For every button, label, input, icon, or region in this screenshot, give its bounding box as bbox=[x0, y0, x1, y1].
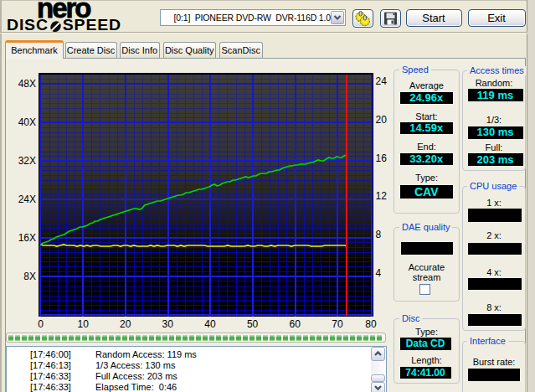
svg-text:50: 50 bbox=[247, 318, 259, 330]
svg-text:4: 4 bbox=[376, 267, 382, 279]
svg-text:20: 20 bbox=[120, 318, 131, 330]
svg-text:40: 40 bbox=[204, 318, 216, 330]
svg-text:24X: 24X bbox=[18, 193, 36, 205]
svg-text:10: 10 bbox=[78, 318, 90, 330]
svg-text:20: 20 bbox=[376, 114, 388, 126]
svg-text:8X: 8X bbox=[23, 271, 36, 282]
svg-text:80: 80 bbox=[365, 318, 377, 330]
svg-text:8: 8 bbox=[376, 229, 382, 240]
svg-text:30: 30 bbox=[162, 318, 174, 330]
svg-text:16: 16 bbox=[376, 152, 388, 164]
svg-text:70: 70 bbox=[332, 318, 343, 330]
svg-text:24: 24 bbox=[376, 75, 388, 87]
svg-text:32X: 32X bbox=[18, 155, 36, 167]
svg-text:40X: 40X bbox=[18, 116, 36, 128]
svg-text:16X: 16X bbox=[18, 232, 36, 244]
svg-text:60: 60 bbox=[290, 318, 301, 330]
svg-text:0: 0 bbox=[38, 318, 44, 330]
svg-text:12: 12 bbox=[376, 190, 388, 202]
svg-text:48X: 48X bbox=[18, 78, 36, 90]
